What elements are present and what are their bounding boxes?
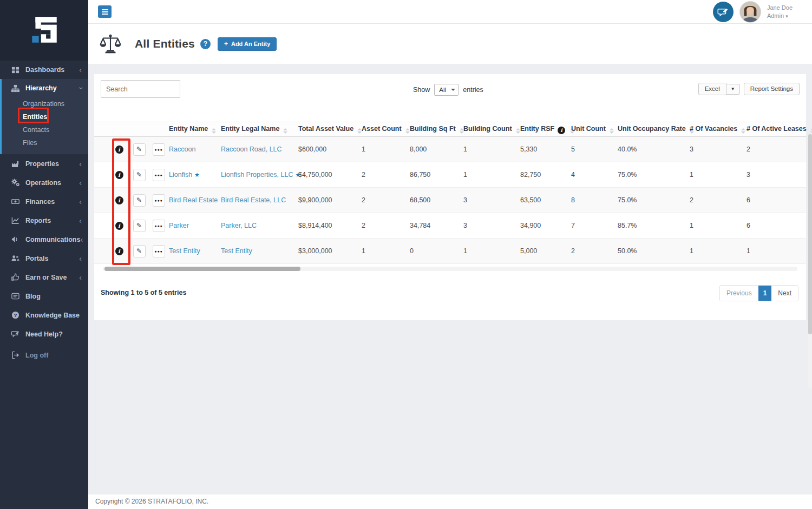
entity-edit-button[interactable]: ✎	[133, 143, 146, 156]
vertical-scrollbar[interactable]	[808, 134, 812, 334]
entity-edit-button[interactable]: ✎	[133, 220, 146, 232]
previous-page-button[interactable]: Previous	[720, 286, 758, 301]
report-settings-button[interactable]: Report Settings	[744, 83, 800, 95]
add-entity-button[interactable]: + Add An Entity	[218, 37, 277, 51]
sidebar-item-operations[interactable]: Operations ‹	[0, 173, 88, 192]
sidebar-item-earn-or-save[interactable]: Earn or Save ‹	[0, 268, 88, 287]
sidebar-item-label: Properties	[25, 160, 59, 168]
entity-rsf-cell: 5,330	[520, 137, 571, 162]
user-menu[interactable]: Jane Doe Admin ▾	[767, 4, 793, 20]
feedback-chat-button[interactable]	[713, 2, 734, 22]
column-header-unit-occupancy-rate[interactable]: Unit Occupancy Rate	[618, 122, 690, 137]
sidebar-toggle-button[interactable]	[98, 5, 112, 18]
entity-edit-button[interactable]: ✎	[133, 245, 146, 257]
show-entries-select[interactable]: All	[434, 84, 459, 96]
entity-info-button[interactable]: i	[115, 146, 123, 154]
sidebar-item-contacts[interactable]: Contacts	[2, 123, 88, 136]
sidebar-item-blog[interactable]: Blog	[0, 287, 88, 306]
entity-legal-name-link[interactable]: Test Entity	[221, 247, 252, 255]
hierarchy-icon	[11, 84, 20, 92]
entity-more-button[interactable]: ●●●	[153, 220, 165, 232]
info-icon[interactable]: i	[558, 127, 565, 134]
app-logo[interactable]	[0, 0, 88, 61]
next-page-button[interactable]: Next	[771, 286, 798, 301]
entity-name-link[interactable]: Bird Real Estate	[169, 196, 218, 204]
entity-more-button[interactable]: ●●●	[153, 245, 165, 257]
sidebar-item-portals[interactable]: Portals ‹	[0, 249, 88, 268]
user-name: Jane Doe	[767, 4, 793, 12]
entity-legal-name-link[interactable]: Bird Real Estate, LLC	[221, 196, 286, 204]
entity-info-button[interactable]: i	[115, 247, 123, 255]
table-row: i ✎ ●●● Test Entity Test Entity $3,000,0…	[94, 239, 806, 264]
unit-count-cell: 4	[571, 162, 618, 188]
entity-edit-button[interactable]: ✎	[133, 194, 146, 207]
column-header-building-sq-ft[interactable]: Building Sq Ft	[410, 122, 463, 137]
column-header-asset-count[interactable]: Asset Count	[362, 122, 410, 137]
pencil-icon: ✎	[136, 146, 142, 153]
entity-more-button[interactable]: ●●●	[153, 194, 165, 207]
sidebar-item-files[interactable]: Files	[2, 136, 88, 149]
entity-rsf-cell: 82,750	[520, 162, 571, 188]
sidebar-item-finances[interactable]: Finances ‹	[0, 192, 88, 211]
total-asset-value-cell: $4,750,000	[298, 162, 362, 188]
column-header-entity-name[interactable]: Entity Name	[169, 122, 221, 137]
sidebar-item-entities[interactable]: Entities	[2, 110, 88, 123]
entity-name-link[interactable]: Lionfish	[169, 171, 192, 179]
sidebar-item-organizations[interactable]: Organizations	[2, 97, 88, 110]
column-header-active-leases[interactable]: # Of Active Leases	[746, 122, 806, 137]
column-header-building-count[interactable]: Building Count	[463, 122, 520, 137]
pagination: Previous 1 Next	[719, 285, 798, 301]
sidebar-item-label: Operations	[25, 179, 61, 187]
horizontal-scrollbar[interactable]	[104, 267, 300, 271]
unit-occupancy-rate-cell: 40.0%	[618, 137, 690, 162]
entity-more-button[interactable]: ●●●	[153, 169, 165, 181]
entity-legal-name-link[interactable]: Raccoon Road, LLC	[221, 146, 282, 153]
building-sq-ft-cell: 8,000	[410, 137, 463, 162]
entity-legal-name-link[interactable]: Parker, LLC	[221, 222, 257, 229]
building-sq-ft-cell: 68,500	[410, 188, 463, 213]
plus-icon: +	[224, 40, 228, 48]
sidebar-item-need-help[interactable]: Need Help?	[0, 325, 88, 343]
sidebar-item-hierarchy[interactable]: Hierarchy ‹	[2, 79, 88, 97]
help-icon[interactable]: ?	[200, 39, 211, 49]
sub-item-label: Files	[23, 139, 37, 147]
excel-dropdown-button[interactable]: ▼	[726, 84, 740, 95]
user-avatar[interactable]	[739, 1, 761, 23]
entity-info-button[interactable]: i	[115, 196, 123, 204]
column-header-vacancies[interactable]: # Of Vacancies	[690, 122, 746, 137]
need-help-icon	[11, 330, 20, 338]
active-leases-cell: 3	[746, 162, 806, 188]
entity-edit-button[interactable]: ✎	[133, 169, 146, 181]
entity-name-link[interactable]: Parker	[169, 222, 189, 229]
entity-info-button[interactable]: i	[115, 222, 123, 230]
current-page-button[interactable]: 1	[758, 286, 772, 301]
entity-info-button[interactable]: i	[115, 171, 123, 179]
vertical-scrollbar-track[interactable]	[808, 134, 812, 388]
entity-more-button[interactable]: ●●●	[153, 143, 165, 156]
column-header-unit-count[interactable]: Unit Count	[571, 122, 618, 137]
column-header-total-asset-value[interactable]: Total Asset Value	[298, 122, 362, 137]
show-label: Show	[413, 86, 430, 94]
sidebar-item-knowledge-base[interactable]: ? Knowledge Base	[0, 306, 88, 325]
entities-card: Show All entries Excel ▼ Report Settings	[94, 74, 806, 320]
page-footer: Copyright © 2026 STRATAFOLIO, INC.	[88, 494, 812, 509]
excel-export-button[interactable]: Excel	[698, 83, 726, 95]
sidebar-item-properties[interactable]: Properties ‹	[0, 154, 88, 173]
column-header-entity-legal-name[interactable]: Entity Legal Name	[221, 122, 298, 137]
building-count-cell: 1	[463, 137, 520, 162]
entity-name-link[interactable]: Test Entity	[169, 247, 200, 255]
sidebar-item-log-off[interactable]: Log off	[0, 346, 88, 365]
sidebar-item-label: Earn or Save	[25, 274, 67, 281]
search-input[interactable]	[101, 80, 180, 98]
column-header-entity-rsf[interactable]: Entity RSFi	[520, 122, 571, 137]
sidebar-item-dashboards[interactable]: Dashboards ‹	[0, 61, 88, 79]
horizontal-scrollbar-track[interactable]	[103, 267, 797, 271]
entity-legal-name-link[interactable]: Lionfish Properties, LLC	[221, 171, 293, 179]
ellipsis-icon: ●●●	[154, 199, 163, 202]
sidebar-item-communications[interactable]: Communications ‹	[0, 230, 88, 249]
entity-name-link[interactable]: Raccoon	[169, 146, 195, 153]
sidebar-item-reports[interactable]: Reports ‹	[0, 211, 88, 230]
chevron-down-icon: ‹	[77, 87, 84, 90]
table-row: i ✎ ●●● Raccoon Raccoon Road, LLC $600,0…	[94, 137, 806, 162]
building-sq-ft-cell: 86,750	[410, 162, 463, 188]
